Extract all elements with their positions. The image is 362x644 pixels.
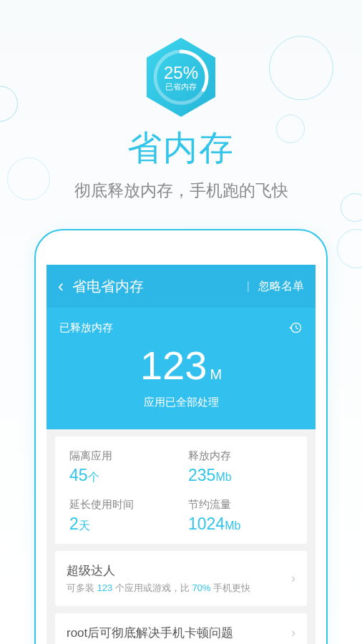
stat-unit: Mb [215, 471, 231, 483]
app-header: ‹ 省电省内存 | 忽略名单 [47, 265, 315, 308]
deco-circle [0, 86, 18, 122]
badge-percent: 25% [164, 63, 198, 83]
root-item[interactable]: root后可彻底解决手机卡顿问题 › [55, 613, 307, 644]
stat-label: 延长使用时间 [69, 498, 174, 512]
memory-freed-display: 123M [59, 342, 303, 389]
stat-usage-time: 延长使用时间 2天 [69, 498, 174, 534]
stat-unit: 个 [88, 471, 99, 483]
stat-label: 释放内存 [188, 449, 293, 463]
phone-frame: ‹ 省电省内存 | 忽略名单 已释放内存 123M 应用已全部处理 [34, 229, 328, 644]
list-item-subtitle: 可多装 123 个应用或游戏，比 70% 手机更快 [67, 582, 291, 595]
phone-screen: ‹ 省电省内存 | 忽略名单 已释放内存 123M 应用已全部处理 [47, 265, 315, 644]
page-subtitle: 彻底释放内存，手机跑的飞快 [0, 180, 362, 202]
processed-text: 应用已全部处理 [59, 396, 303, 409]
page-title: 省内存 [0, 125, 362, 171]
stat-unit: 天 [79, 519, 90, 532]
deco-circle [337, 229, 362, 268]
stat-value: 1024 [188, 514, 225, 533]
stat-value: 2 [69, 514, 79, 533]
history-icon[interactable] [288, 321, 303, 335]
chevron-right-icon: › [291, 571, 295, 586]
stat-value: 45 [69, 466, 88, 484]
list-item-title: 超级达人 [67, 562, 291, 579]
stat-label: 隔离应用 [69, 449, 174, 463]
list-item-title: root后可彻底解决手机卡顿问题 [67, 625, 291, 641]
chevron-right-icon: › [291, 625, 295, 640]
header-divider: | [247, 280, 250, 293]
memory-freed-unit: M [210, 366, 222, 382]
stat-unit: Mb [225, 519, 240, 532]
stat-memory-freed: 释放内存 235Mb [188, 449, 293, 485]
ignore-list-button[interactable]: 忽略名单 [258, 279, 304, 294]
stat-isolated-apps: 隔离应用 45个 [69, 449, 174, 485]
released-label: 已释放内存 [59, 321, 113, 335]
badge-label: 已省内存 [164, 82, 198, 92]
deco-circle [269, 36, 333, 100]
memory-badge: 25% 已省内存 [138, 34, 224, 120]
stat-data-saved: 节约流量 1024Mb [188, 498, 293, 534]
title-section: 省内存 彻底释放内存，手机跑的飞快 [0, 125, 362, 202]
super-user-item[interactable]: 超级达人 可多装 123 个应用或游戏，比 70% 手机更快 › [55, 551, 307, 606]
memory-panel: 已释放内存 123M 应用已全部处理 [47, 308, 315, 429]
stat-label: 节约流量 [188, 498, 293, 512]
stat-value: 235 [188, 466, 215, 484]
header-title: 省电省内存 [72, 277, 247, 296]
stats-card: 隔离应用 45个 释放内存 235Mb 延长使用时间 2天 节约流量 1024M… [55, 436, 307, 544]
memory-freed-value: 123 [140, 343, 207, 388]
back-icon[interactable]: ‹ [58, 276, 64, 296]
